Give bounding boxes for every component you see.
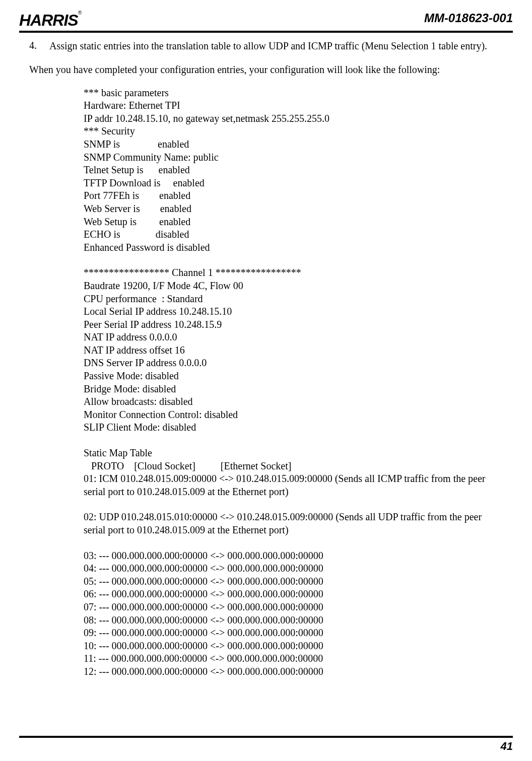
footer-rule: [19, 736, 513, 738]
step-text: Assign static entries into the translati…: [49, 40, 503, 53]
dns-line: DNS Server IP address 0.0.0.0: [84, 357, 503, 370]
enhanced-pw-line: Enhanced Password is disabled: [84, 241, 503, 254]
map-entry-07: 07: --- 000.000.000.000:00000 <-> 000.00…: [84, 601, 503, 614]
cpu-perf-line: CPU performance : Standard: [84, 293, 503, 306]
peer-serial-line: Peer Serial IP address 10.248.15.9: [84, 318, 503, 331]
tftp-line: TFTP Download is enabled: [84, 177, 503, 190]
map-entry-11: 11: --- 000.000.000.000:00000 <-> 000.00…: [84, 652, 503, 665]
ip-addr-line: IP addr 10.248.15.10, no gateway set,net…: [84, 112, 503, 125]
snmp-line: SNMP is enabled: [84, 138, 503, 151]
map-entry-10: 10: --- 000.000.000.000:00000 <-> 000.00…: [84, 640, 503, 653]
map-entry-09: 09: --- 000.000.000.000:00000 <-> 000.00…: [84, 627, 503, 640]
bridge-line: Bridge Mode: disabled: [84, 383, 503, 396]
websetup-line: Web Setup is enabled: [84, 216, 503, 229]
harris-logo: HARRIS®: [19, 11, 81, 30]
map-entry-03: 03: --- 000.000.000.000:00000 <-> 000.00…: [84, 549, 503, 563]
passive-line: Passive Mode: disabled: [84, 370, 503, 383]
step-4: 4. Assign static entries into the transl…: [29, 40, 503, 53]
basic-params-header: *** basic parameters: [84, 87, 503, 100]
echo-line: ECHO is disabled: [84, 228, 503, 241]
map-entry-08: 08: --- 000.000.000.000:00000 <-> 000.00…: [84, 614, 503, 627]
page-number: 41: [501, 740, 513, 753]
step-number: 4.: [29, 40, 49, 53]
nat-offset-line: NAT IP address offset 16: [84, 344, 503, 357]
map-entry-02: 02: UDP 010.248.015.010:00000 <-> 010.24…: [84, 511, 503, 536]
port77-line: Port 77FEh is enabled: [84, 189, 503, 202]
broadcasts-line: Allow broadcasts: disabled: [84, 395, 503, 408]
baudrate-line: Baudrate 19200, I/F Mode 4C, Flow 00: [84, 280, 503, 293]
channel-header: ***************** Channel 1 ************…: [84, 266, 503, 280]
monitor-line: Monitor Connection Control: disabled: [84, 408, 503, 422]
local-serial-line: Local Serial IP address 10.248.15.10: [84, 305, 503, 318]
map-entry-12: 12: --- 000.000.000.000:00000 <-> 000.00…: [84, 665, 503, 678]
proto-header: PROTO [Cloud Socket] [Ethernet Socket]: [84, 460, 503, 473]
webserver-line: Web Server is enabled: [84, 202, 503, 216]
intro-text: When you have completed your configurati…: [29, 64, 503, 76]
security-header: *** Security: [84, 125, 503, 138]
map-entry-01: 01: ICM 010.248.015.009:00000 <-> 010.24…: [84, 472, 503, 498]
header-rule: [19, 31, 513, 33]
document-code: MM-018623-001: [424, 11, 513, 25]
config-output: *** basic parameters Hardware: Ethernet …: [84, 87, 503, 678]
map-entry-05: 05: --- 000.000.000.000:00000 <-> 000.00…: [84, 575, 503, 588]
hardware-line: Hardware: Ethernet TPI: [84, 99, 503, 112]
nat-ip-line: NAT IP address 0.0.0.0: [84, 331, 503, 344]
telnet-line: Telnet Setup is enabled: [84, 164, 503, 177]
map-entry-06: 06: --- 000.000.000.000:00000 <-> 000.00…: [84, 588, 503, 601]
page-header: HARRIS® MM-018623-001: [19, 11, 513, 31]
snmp-community-line: SNMP Community Name: public: [84, 151, 503, 164]
page-content: 4. Assign static entries into the transl…: [19, 40, 513, 678]
static-map-header: Static Map Table: [84, 447, 503, 460]
slip-line: SLIP Client Mode: disabled: [84, 421, 503, 434]
map-entry-04: 04: --- 000.000.000.000:00000 <-> 000.00…: [84, 562, 503, 575]
